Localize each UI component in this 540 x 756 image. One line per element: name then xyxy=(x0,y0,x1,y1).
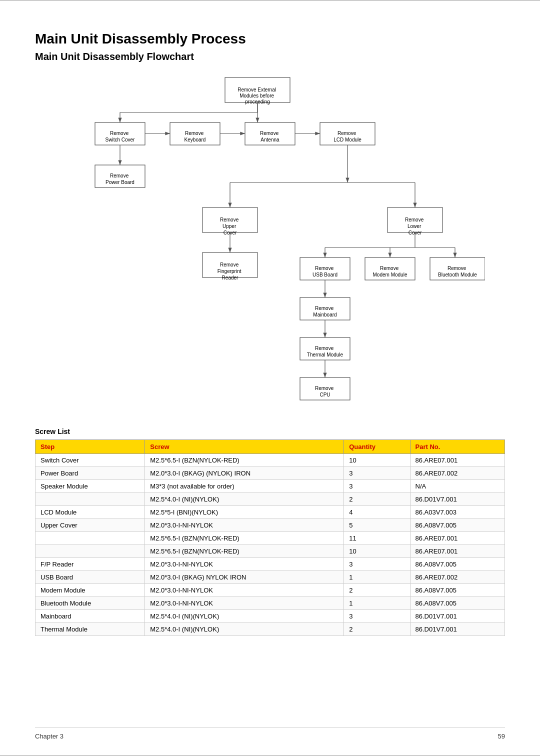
arrow-ext-to-switch xyxy=(120,102,258,122)
table-cell: 86.ARE07.001 xyxy=(410,545,504,558)
table-row: USB BoardM2.0*3.0-I (BKAG) NYLOK IRON186… xyxy=(36,571,505,584)
screw-list-title: Screw List xyxy=(35,428,505,436)
table-row: Upper CoverM2.0*3.0-I-NI-NYLOK586.A08V7.… xyxy=(36,519,505,532)
table-cell: M2.5*6.5-I (BZN(NYLOK-RED) xyxy=(145,532,344,545)
table-cell: 3 xyxy=(344,467,410,480)
table-row: M2.5*4.0-I (NI)(NYLOK)286.D01V7.001 xyxy=(36,493,505,506)
table-cell: 86.ARE07.001 xyxy=(410,532,504,545)
table-cell: M2.0*3.0-I-NI-NYLOK xyxy=(145,584,344,597)
table-row: Thermal ModuleM2.5*4.0-I (NI)(NYLOK)286.… xyxy=(36,623,505,636)
table-cell: N/A xyxy=(410,480,504,493)
table-cell: Power Board xyxy=(36,467,145,480)
table-cell: LCD Module xyxy=(36,506,145,519)
table-cell: Mainboard xyxy=(36,610,145,623)
page: Main Unit Disassembly Process Main Unit … xyxy=(0,0,540,756)
table-cell: Speaker Module xyxy=(36,480,145,493)
table-row: LCD ModuleM2.5*5-I (BNI)(NYLOK)486.A03V7… xyxy=(36,506,505,519)
table-cell: 3 xyxy=(344,558,410,571)
table-cell: 86.ARE07.002 xyxy=(410,571,504,584)
section-title: Main Unit Disassembly Flowchart xyxy=(35,51,505,62)
table-cell: Thermal Module xyxy=(36,623,145,636)
table-cell: 4 xyxy=(344,506,410,519)
table-cell: 86.D01V7.001 xyxy=(410,493,504,506)
table-cell: 2 xyxy=(344,584,410,597)
table-cell: F/P Reader xyxy=(36,558,145,571)
table-cell: 10 xyxy=(344,545,410,558)
table-cell xyxy=(36,532,145,545)
table-cell: M2.0*3.0-I-NI-NYLOK xyxy=(145,597,344,610)
table-cell xyxy=(36,493,145,506)
table-cell: M2.5*4.0-I (NI)(NYLOK) xyxy=(145,623,344,636)
table-cell: 5 xyxy=(344,519,410,532)
table-cell: Switch Cover xyxy=(36,454,145,467)
col-quantity: Quantity xyxy=(344,440,410,454)
table-row: M2.5*6.5-I (BZN(NYLOK-RED)1086.ARE07.001 xyxy=(36,545,505,558)
footer-right: 59 xyxy=(498,732,505,740)
table-row: M2.5*6.5-I (BZN(NYLOK-RED)1186.ARE07.001 xyxy=(36,532,505,545)
page-title: Main Unit Disassembly Process xyxy=(35,31,505,47)
footer: Chapter 3 59 xyxy=(35,727,505,740)
table-row: Bluetooth ModuleM2.0*3.0-I-NI-NYLOK186.A… xyxy=(36,597,505,610)
flowchart-container: Remove External Modules before proceedin… xyxy=(35,72,505,412)
table-cell: 2 xyxy=(344,623,410,636)
table-cell: M2.5*4.0-I (NI)(NYLOK) xyxy=(145,610,344,623)
table-cell: Upper Cover xyxy=(36,519,145,532)
col-step: Step xyxy=(36,440,145,454)
col-partno: Part No. xyxy=(410,440,504,454)
table-row: MainboardM2.5*4.0-I (NI)(NYLOK)386.D01V7… xyxy=(36,610,505,623)
table-cell: 86.ARE07.002 xyxy=(410,467,504,480)
table-cell: 10 xyxy=(344,454,410,467)
screw-table: Step Screw Quantity Part No. Switch Cove… xyxy=(35,440,505,636)
table-cell: Modem Module xyxy=(36,584,145,597)
footer-left: Chapter 3 xyxy=(35,732,64,740)
table-cell: M2.0*3.0-I-NI-NYLOK xyxy=(145,519,344,532)
table-cell: 86.A08V7.005 xyxy=(410,597,504,610)
table-cell: 3 xyxy=(344,610,410,623)
table-cell: 2 xyxy=(344,493,410,506)
table-cell: 1 xyxy=(344,571,410,584)
table-row: Speaker ModuleM3*3 (not available for or… xyxy=(36,480,505,493)
table-cell: 3 xyxy=(344,480,410,493)
table-cell: 1 xyxy=(344,597,410,610)
table-cell: 11 xyxy=(344,532,410,545)
table-cell: M2.5*4.0-I (NI)(NYLOK) xyxy=(145,493,344,506)
table-row: Switch CoverM2.5*6.5-I (BZN(NYLOK-RED)10… xyxy=(36,454,505,467)
table-cell: M3*3 (not available for order) xyxy=(145,480,344,493)
table-cell: 86.A08V7.005 xyxy=(410,519,504,532)
table-cell xyxy=(36,545,145,558)
table-cell: 86.A08V7.005 xyxy=(410,558,504,571)
table-cell: M2.5*5-I (BNI)(NYLOK) xyxy=(145,506,344,519)
flowchart-svg: Remove External Modules before proceedin… xyxy=(55,72,485,412)
table-cell: M2.5*6.5-I (BZN(NYLOK-RED) xyxy=(145,454,344,467)
table-cell: USB Board xyxy=(36,571,145,584)
col-screw: Screw xyxy=(145,440,344,454)
table-cell: Bluetooth Module xyxy=(36,597,145,610)
table-row: Power BoardM2.0*3.0-I (BKAG) (NYLOK) IRO… xyxy=(36,467,505,480)
table-row: F/P ReaderM2.0*3.0-I-NI-NYLOK386.A08V7.0… xyxy=(36,558,505,571)
table-cell: 86.D01V7.001 xyxy=(410,623,504,636)
table-cell: 86.A08V7.005 xyxy=(410,584,504,597)
table-cell: 86.D01V7.001 xyxy=(410,610,504,623)
table-cell: M2.5*6.5-I (BZN(NYLOK-RED) xyxy=(145,545,344,558)
table-cell: 86.A03V7.003 xyxy=(410,506,504,519)
table-row: Modem ModuleM2.0*3.0-I-NI-NYLOK286.A08V7… xyxy=(36,584,505,597)
table-cell: M2.0*3.0-I-NI-NYLOK xyxy=(145,558,344,571)
table-cell: M2.0*3.0-I (BKAG) (NYLOK) IRON xyxy=(145,467,344,480)
table-cell: 86.ARE07.001 xyxy=(410,454,504,467)
table-cell: M2.0*3.0-I (BKAG) NYLOK IRON xyxy=(145,571,344,584)
